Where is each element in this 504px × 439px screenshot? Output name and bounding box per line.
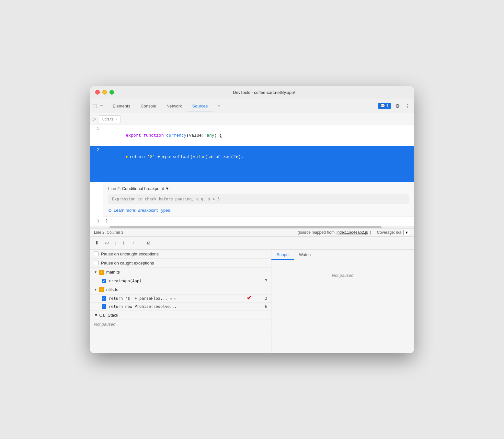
code-line-3: 3 } [90,217,414,226]
breakpoint-popup: Line 2: Conditional breakpoint ▼ ⊙ Learn… [103,182,414,217]
cursor-icon[interactable]: ⬚ [93,103,97,108]
bp-code-createapp: createApp(App) [109,279,142,283]
device-icon[interactable]: ▭ [99,103,104,108]
tab-bar-icons: ⬚ ▭ [93,103,104,108]
bp-checkbox-createapp[interactable] [102,279,106,283]
debug-separator [141,240,141,246]
step-out-button[interactable]: ↑ [121,239,125,246]
file-tab-utils[interactable]: utils.ts × [99,115,121,123]
tab-network[interactable]: Network [161,101,187,111]
breakpoint-learn-more-link[interactable]: ⊙ Learn more: Breakpoint Types [108,208,409,213]
exception-uncaught-checkbox[interactable] [94,252,98,256]
section-name-main: main.ts [106,270,120,275]
step-next-button[interactable]: → [129,239,136,246]
scope-tabs: Scope Watch [271,250,414,260]
scrollbar-thumb[interactable] [109,226,382,228]
bp-checkbox-return-promise[interactable] [102,304,106,309]
debugger-controls: ⏸ ↩ ↓ ↑ → ⧄ [90,237,414,250]
section-name-utils: utils.ts [106,287,118,292]
keyword-function: function [143,133,166,138]
settings-button[interactable]: ⚙ [394,102,401,110]
dropdown-arrow[interactable]: ▼ [165,186,169,191]
bp-line-return-promise: 6 [265,304,267,309]
maximize-button[interactable] [109,90,114,95]
link-text: Learn more: Breakpoint Types [114,208,170,213]
file-tab-name: utils.ts [102,117,113,121]
source-map-info: (source mapped from index.1ac4eab2.js ) … [298,230,410,235]
step-into-button[interactable]: ↓ [114,239,118,246]
left-panel: Pause on uncaught exceptions Pause on ca… [90,250,271,353]
chat-icon: 💬 [380,104,385,108]
coverage-dropdown-button[interactable]: ▼ [403,230,410,235]
breakpoint-item-return-dollar: return '$' + parseFloa... ↙ ✏ ✕ 2 [90,295,271,303]
code-line-2: 2 ▶return '$' + ▶parseFloat(value).▶toFi… [90,146,414,182]
bp-line-return-dollar: 2 [265,296,267,301]
chat-badge[interactable]: 💬 1 [378,103,391,109]
source-map-prefix: (source mapped from [298,230,335,235]
tab-bar-right: 💬 1 ⚙ ⋮ [378,102,411,110]
main-content: Pause on uncaught exceptions Pause on ca… [90,250,414,353]
tab-elements[interactable]: Elements [108,101,135,111]
step-over-button[interactable]: ↩ [104,239,110,247]
breakpoint-title-text: Line 2: Conditional breakpoint ▼ [108,186,169,191]
line-number-1: 1 [90,125,103,132]
exception-caught-row: Pause on caught exceptions [90,259,271,268]
breakpoint-item-return-promise: return new Promise(resolve... 6 [90,303,271,311]
right-panel: Scope Watch Not paused [271,250,414,353]
traffic-lights [95,90,114,95]
tab-sources[interactable]: Sources [187,101,213,111]
coverage-label: Coverage: n/a [377,230,401,235]
bp-delete-button[interactable]: ✕ [174,296,176,301]
section-header-utils[interactable]: ▼ ⚡ utils.ts [90,285,271,295]
chat-count: 1 [386,104,389,108]
line-content-1: export function currency(value: any) { [103,125,414,146]
scope-not-paused: Not paused [271,260,414,291]
bp-edit-icons: ✏ ✕ [170,296,176,301]
bp-edit-button[interactable]: ✏ [170,296,172,301]
devtools-window: DevTools - coffee-cart.netlify.app/ ⬚ ▭ … [90,86,414,353]
exception-caught-label: Pause on caught exceptions [101,261,154,265]
file-tab-close[interactable]: × [115,117,117,121]
tab-console[interactable]: Console [135,101,161,111]
line-number-3: 3 [90,218,103,225]
tab-more[interactable]: » [213,101,225,111]
tab-bar: ⬚ ▭ Elements Console Network Sources » 💬… [90,99,414,113]
section-arrow-main: ▼ [94,270,97,274]
bp-code-return-dollar: return '$' + parseFloa... [109,296,167,301]
call-stack-not-paused: Not paused [90,320,271,329]
code-line-1: 1 export function currency(value: any) { [90,125,414,146]
call-stack-header[interactable]: ▼ Call Stack [90,311,271,320]
red-arrow-breakpoint: ↙ [247,292,252,301]
call-stack-not-paused-label: Not paused [94,322,116,327]
breakpoint-title: Line 2: Conditional breakpoint ▼ [108,186,409,191]
tab-watch[interactable]: Watch [294,250,316,260]
exception-uncaught-label: Pause on uncaught exceptions [101,252,159,256]
cursor-position: Line 2, Column 3 [94,230,123,235]
deactivate-button[interactable]: ⧄ [146,239,151,246]
breakpoint-expression-input[interactable] [108,194,409,204]
file-tab-bar: ▷ utils.ts × [90,113,414,125]
sidebar-toggle[interactable]: ▷ [93,116,96,121]
status-bar: Line 2, Column 3 (source mapped from ind… [90,228,414,237]
file-icon-utils: ⚡ [99,287,104,292]
exception-caught-checkbox[interactable] [94,261,98,265]
pause-button[interactable]: ⏸ [94,239,100,246]
section-header-main[interactable]: ▼ ⚡ main.ts [90,268,271,277]
tab-scope[interactable]: Scope [271,250,294,260]
close-button[interactable] [95,90,100,95]
code-editor: 1 export function currency(value: any) {… [90,125,414,226]
bp-code-return-promise: return new Promise(resolve... [109,304,177,309]
file-icon-main: ⚡ [99,270,104,275]
line-content-3: } [103,218,414,225]
line-content-2: ▶return '$' + ▶parseFloat(value).▶toFixe… [103,146,414,182]
call-stack-label: ▼ Call Stack [94,313,118,318]
title-bar: DevTools - coffee-cart.netlify.app/ [90,86,414,99]
minimize-button[interactable] [102,90,107,95]
horizontal-scrollbar[interactable] [90,226,414,228]
window-title: DevTools - coffee-cart.netlify.app/ [119,90,409,95]
more-button[interactable]: ⋮ [404,102,411,110]
source-map-link[interactable]: index.1ac4eab2.js [337,230,368,235]
breakpoint-arrow: ▶ [126,154,128,159]
section-arrow-utils: ▼ [94,288,97,291]
bp-checkbox-return-dollar[interactable] [102,296,106,301]
